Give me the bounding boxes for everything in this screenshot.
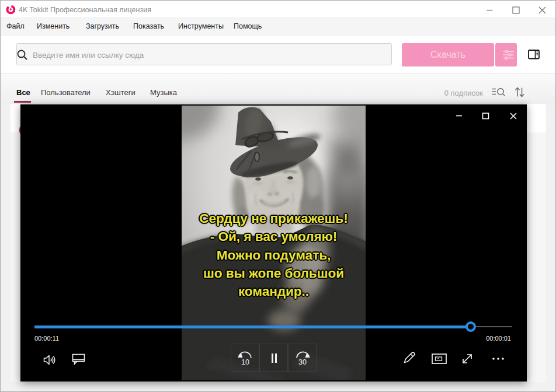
svg-text:10: 10: [241, 358, 249, 366]
svg-text:30: 30: [298, 358, 307, 366]
